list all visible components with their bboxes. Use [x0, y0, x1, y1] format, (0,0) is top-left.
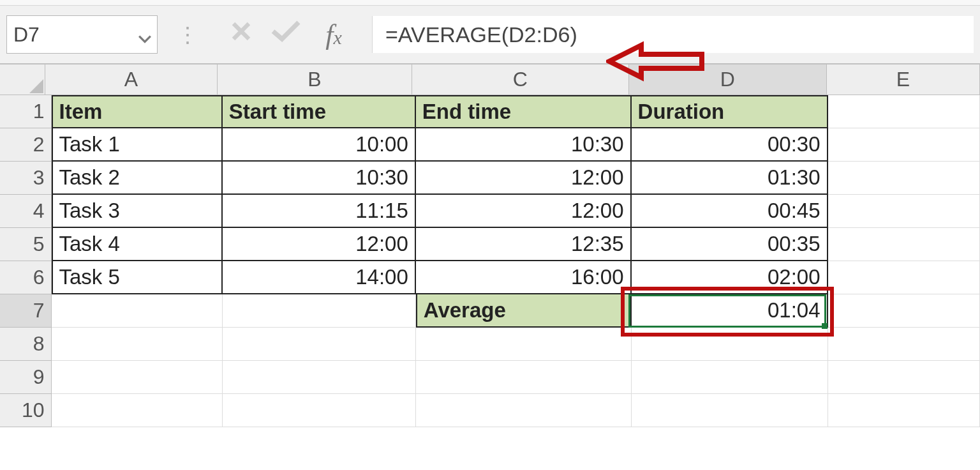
name-box-dropdown-icon[interactable]: [138, 27, 152, 51]
cell-E6[interactable]: [828, 261, 980, 294]
column-header-C[interactable]: C: [412, 64, 629, 95]
cell-A2[interactable]: Task 1: [52, 128, 223, 162]
formula-bar-value: =AVERAGE(D2:D6): [385, 22, 577, 47]
cell-E1[interactable]: [828, 95, 980, 128]
cell-B4[interactable]: 11:15: [223, 195, 416, 228]
cell-A10[interactable]: [52, 394, 223, 427]
cell-A9[interactable]: [52, 361, 223, 394]
column-header-E[interactable]: E: [827, 64, 980, 95]
row-header-10[interactable]: 10: [0, 394, 52, 427]
cell-C2[interactable]: 10:30: [416, 128, 632, 162]
row-header-1[interactable]: 1: [0, 95, 52, 128]
cell-E10[interactable]: [828, 394, 980, 427]
cell-D2[interactable]: 00:30: [632, 128, 828, 162]
cell-D8[interactable]: [632, 328, 828, 361]
cell-D4[interactable]: 00:45: [632, 195, 828, 228]
confirm-formula-icon: [264, 19, 308, 50]
cell-D10[interactable]: [632, 394, 828, 427]
cell-E4[interactable]: [828, 195, 980, 228]
cell-D3[interactable]: 01:30: [632, 162, 828, 195]
cell-E3[interactable]: [828, 162, 980, 195]
cell-E2[interactable]: [828, 128, 980, 162]
cell-E5[interactable]: [828, 228, 980, 261]
cell-D6[interactable]: 02:00: [632, 261, 828, 294]
row-header-8[interactable]: 8: [0, 328, 52, 361]
cell-D9[interactable]: [632, 361, 828, 394]
cell-D5[interactable]: 00:35: [632, 228, 828, 261]
cell-C8[interactable]: [416, 328, 632, 361]
cell-B5[interactable]: 12:00: [223, 228, 416, 261]
cell-A5[interactable]: Task 4: [52, 228, 223, 261]
select-all-corner[interactable]: [0, 64, 45, 95]
cell-D1[interactable]: Duration: [632, 95, 828, 128]
formula-bar-separator: ⋮: [177, 32, 200, 37]
row-header-2[interactable]: 2: [0, 128, 52, 162]
row-header-4[interactable]: 4: [0, 195, 52, 228]
insert-function-icon[interactable]: fx: [308, 19, 359, 51]
row-header-6[interactable]: 6: [0, 261, 52, 294]
cell-E8[interactable]: [828, 328, 980, 361]
cell-C10[interactable]: [416, 394, 632, 427]
cell-A4[interactable]: Task 3: [52, 195, 223, 228]
cell-A7[interactable]: [52, 294, 223, 328]
annotation-arrow-icon: [606, 39, 708, 84]
column-header-A[interactable]: A: [45, 64, 218, 95]
row-header-3[interactable]: 3: [0, 162, 52, 195]
cell-B10[interactable]: [223, 394, 416, 427]
cell-C4[interactable]: 12:00: [416, 195, 632, 228]
cell-B1[interactable]: Start time: [223, 95, 416, 128]
cell-B3[interactable]: 10:30: [223, 162, 416, 195]
name-box[interactable]: D7: [6, 15, 158, 54]
cell-C1[interactable]: End time: [416, 95, 632, 128]
cell-B9[interactable]: [223, 361, 416, 394]
cell-A8[interactable]: [52, 328, 223, 361]
cell-B2[interactable]: 10:00: [223, 128, 416, 162]
cell-D7[interactable]: 01:04: [632, 294, 828, 328]
cell-C3[interactable]: 12:00: [416, 162, 632, 195]
row-header-5[interactable]: 5: [0, 228, 52, 261]
cell-A3[interactable]: Task 2: [52, 162, 223, 195]
cell-A1[interactable]: Item: [52, 95, 223, 128]
cell-C5[interactable]: 12:35: [416, 228, 632, 261]
column-header-B[interactable]: B: [218, 64, 412, 95]
cell-C9[interactable]: [416, 361, 632, 394]
row-header-7[interactable]: 7: [0, 294, 52, 328]
row-header-9[interactable]: 9: [0, 361, 52, 394]
cell-A6[interactable]: Task 5: [52, 261, 223, 294]
cell-B6[interactable]: 14:00: [223, 261, 416, 294]
cell-B7[interactable]: [223, 294, 416, 328]
name-box-value: D7: [13, 23, 40, 47]
cell-C7[interactable]: Average: [416, 294, 632, 328]
cell-E9[interactable]: [828, 361, 980, 394]
cell-E7[interactable]: [828, 294, 980, 328]
cell-B8[interactable]: [223, 328, 416, 361]
cell-C6[interactable]: 16:00: [416, 261, 632, 294]
cancel-formula-icon: [219, 19, 264, 50]
